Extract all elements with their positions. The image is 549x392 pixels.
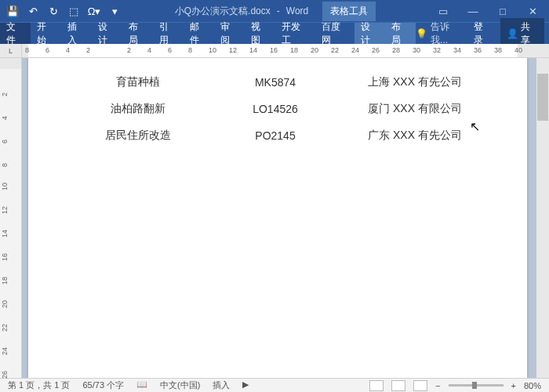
zoom-thumb[interactable] <box>472 382 477 389</box>
scroll-thumb[interactable] <box>537 74 548 121</box>
ruler-scale-h: 8642246810121416182022242628303234363840 <box>22 44 549 57</box>
zoom-out-icon[interactable]: − <box>435 381 440 390</box>
tab-design[interactable]: 设计 <box>92 23 122 44</box>
omega-icon[interactable]: Ω▾ <box>88 5 100 17</box>
statusbar: 第 1 页，共 1 页 65/73 个字 📖 中文(中国) 插入 ▶ − + 8… <box>0 378 549 392</box>
tab-file[interactable]: 文件 <box>0 23 31 44</box>
vertical-ruler[interactable]: 2468101214161820222426 <box>0 58 22 378</box>
maximize-icon[interactable]: □ <box>489 3 516 19</box>
window-controls: ▭ — □ ✕ <box>430 3 549 19</box>
tell-me-search[interactable]: 💡 告诉我... <box>416 20 464 47</box>
tab-table-layout[interactable]: 布局 <box>385 23 416 44</box>
minimize-icon[interactable]: — <box>460 3 486 19</box>
tab-layout[interactable]: 布局 <box>122 23 153 44</box>
tab-review[interactable]: 审阅 <box>214 23 245 44</box>
ribbon-tabs: 文件 开始 插入 设计 布局 引用 邮件 审阅 视图 开发工 百度网 设计 布局… <box>0 22 549 44</box>
status-page[interactable]: 第 1 页，共 1 页 <box>8 379 70 391</box>
title-center: 小Q办公演示文稿.docx - Word 表格工具 <box>121 2 430 21</box>
data-table: 育苗种植 MK5874 上海 XXX 有先公司 油柏路翻新 LO14526 厦门… <box>60 69 496 149</box>
table-row[interactable]: 育苗种植 MK5874 上海 XXX 有先公司 <box>60 69 496 96</box>
quick-access-toolbar: 💾 ↶ ↻ ⬚ Ω▾ ▾ <box>0 5 121 17</box>
table-tools-label: 表格工具 <box>322 2 376 21</box>
tab-insert[interactable]: 插入 <box>61 23 92 44</box>
cell-project[interactable]: 育苗种植 <box>60 75 216 89</box>
undo-icon[interactable]: ↶ <box>27 5 39 17</box>
cursor-icon: ↖ <box>470 119 480 134</box>
lightbulb-icon: 💡 <box>416 28 427 39</box>
tab-view[interactable]: 视图 <box>245 23 275 44</box>
status-language[interactable]: 中文(中国) <box>160 379 200 391</box>
cell-project[interactable]: 油柏路翻新 <box>60 102 216 116</box>
qat-more-icon[interactable]: ▾ <box>108 5 121 17</box>
ribbon-options-icon[interactable]: ▭ <box>430 3 456 19</box>
app-name: Word <box>286 5 308 16</box>
cell-project[interactable]: 居民住所改造 <box>60 129 216 143</box>
cell-code[interactable]: LO14526 <box>216 103 334 115</box>
view-print-button[interactable] <box>391 380 405 391</box>
tab-baidu[interactable]: 百度网 <box>315 23 355 44</box>
redo-icon[interactable]: ↻ <box>47 5 60 17</box>
cell-company[interactable]: 厦门 XXX 有限公司 <box>334 102 496 116</box>
document-title: 小Q办公演示文稿.docx <box>175 5 271 18</box>
save-icon[interactable]: 💾 <box>6 5 19 17</box>
table-row[interactable]: 油柏路翻新 LO14526 厦门 XXX 有限公司 <box>60 96 496 122</box>
tab-references[interactable]: 引用 <box>153 23 184 44</box>
zoom-level[interactable]: 80% <box>524 381 541 390</box>
tab-table-design[interactable]: 设计 <box>354 23 385 44</box>
table-row[interactable]: 居民住所改造 PO2145 广东 XXX 有先公司 <box>60 122 496 149</box>
workspace: 2468101214161820222426 育苗种植 MK5874 上海 XX… <box>0 58 549 378</box>
view-web-button[interactable] <box>413 380 427 391</box>
status-words[interactable]: 65/73 个字 <box>82 379 124 391</box>
cell-code[interactable]: MK5874 <box>216 76 334 89</box>
login-button[interactable]: 登录 <box>469 20 496 47</box>
document-page[interactable]: 育苗种植 MK5874 上海 XXX 有先公司 油柏路翻新 LO14526 厦门… <box>28 58 527 378</box>
zoom-in-icon[interactable]: + <box>511 381 516 390</box>
page-area: 育苗种植 MK5874 上海 XXX 有先公司 油柏路翻新 LO14526 厦门… <box>22 58 549 378</box>
share-icon: 👤 <box>507 28 518 39</box>
zoom-slider[interactable] <box>449 384 504 387</box>
cell-company[interactable]: 上海 XXX 有先公司 <box>334 75 496 89</box>
vertical-scrollbar[interactable] <box>536 58 549 378</box>
ruler-corner: L <box>0 44 22 57</box>
close-icon[interactable]: ✕ <box>519 3 546 19</box>
status-insert-mode[interactable]: 插入 <box>213 379 230 391</box>
tab-mailings[interactable]: 邮件 <box>184 23 214 44</box>
status-macro-icon[interactable]: ▶ <box>242 379 249 391</box>
mode-icon[interactable]: ⬚ <box>67 5 80 17</box>
status-proofing-icon[interactable]: 📖 <box>136 379 147 391</box>
cell-code[interactable]: PO2145 <box>216 129 334 142</box>
view-read-button[interactable] <box>369 380 384 391</box>
titlebar: 💾 ↶ ↻ ⬚ Ω▾ ▾ 小Q办公演示文稿.docx - Word 表格工具 ▭… <box>0 0 549 22</box>
tab-developer[interactable]: 开发工 <box>275 23 315 44</box>
tab-home[interactable]: 开始 <box>31 23 61 44</box>
horizontal-ruler[interactable]: L 86422468101214161820222426283032343638… <box>0 44 549 58</box>
